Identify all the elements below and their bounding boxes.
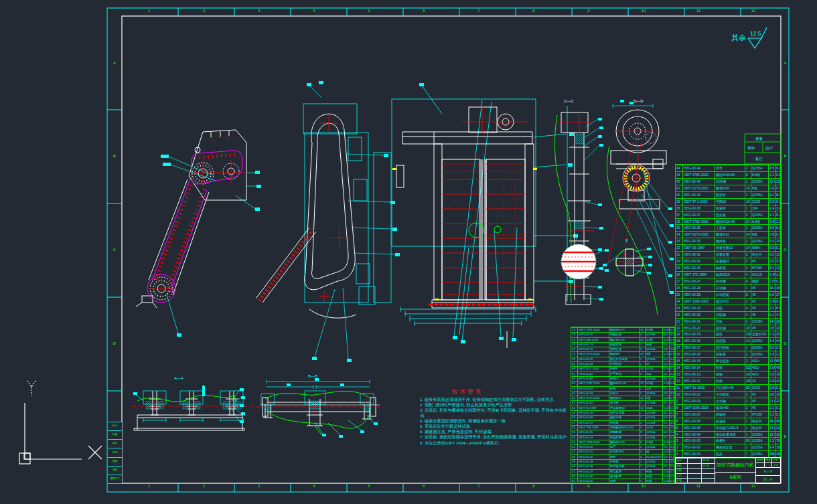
- bom-header-weight: 重量: [755, 137, 763, 141]
- bom-cell-total-weight: 8.2: [775, 192, 780, 198]
- bom-cell-no: 3: [676, 438, 682, 444]
- bom-cell-qty: 16: [745, 199, 751, 205]
- bom-cell-material: Q235A: [645, 436, 662, 440]
- bom-row: 25 HZG-00-25 从动链轮 2 45 8.6 17.2: [676, 291, 780, 298]
- bom-cell-material: 45: [751, 405, 768, 411]
- bom-cell-code: HZG-00-70: [577, 357, 609, 361]
- bom-cell-no: 59: [571, 411, 577, 415]
- bom-row: 65 GB/T 5782-2000 螺栓M10×35 12 8.8级 0.03 …: [571, 381, 674, 386]
- ucs-x-label: [88, 446, 102, 459]
- bom-cell-code: GB/T 6170-2000: [682, 232, 715, 238]
- sheet-count: 共 1 张: [756, 468, 780, 476]
- bom-cell-no: 49: [571, 460, 577, 464]
- bom-cell-qty: 1: [639, 343, 645, 347]
- zone-number: 10: [616, 9, 671, 15]
- bom-cell-unit-weight: 0.04: [768, 378, 775, 384]
- bom-cell-no: 63: [571, 392, 577, 396]
- bom-cell-name: 底部导流板: [609, 411, 639, 415]
- bom-cell-total-weight: 28.4: [775, 319, 780, 325]
- bom-row: 64 HZG-00-64 铰链 2 304 0.2 0.4: [571, 386, 674, 391]
- bom-cell-unit-weight: 0.03: [662, 382, 669, 386]
- bom-cell-name: 接地标牌: [609, 475, 639, 479]
- bom-cell-name: 开口销4×40: [715, 385, 745, 391]
- bom-row: 24 GB/T 1096-2003 键12×63 2 45 0.06 0.1: [676, 298, 780, 305]
- bom-cell-no: 74: [571, 338, 577, 342]
- bom-cell-unit-weight: 3.4: [768, 338, 775, 344]
- bom-cell-no: 65: [571, 382, 577, 386]
- bom-cell-name: 地脚螺栓M16×200: [609, 426, 639, 430]
- bom-cell-code: HZG-00-55: [577, 430, 609, 434]
- bom-cell-name: 防护栏: [715, 192, 745, 198]
- bom-row: 67 HZG-00-67 护罩搭扣 4 304 0.1 0.4: [571, 371, 674, 376]
- zone-number: 8: [506, 484, 561, 491]
- surface-roughness-note: 其余 12.5: [731, 27, 767, 48]
- detail-1-label: I: [576, 236, 577, 240]
- bom-cell-code: HZG-00-46: [577, 475, 609, 479]
- bom-cell-no: 34: [676, 232, 682, 238]
- bom-cell-unit-weight: 0.1: [662, 436, 669, 440]
- bom-cell-name: 轴承6210: [715, 272, 745, 278]
- bom-row: 23 HZG-00-23 托轮 4 45 2.2 8.8: [676, 305, 780, 311]
- bom-cell-name: 轴承座: [715, 265, 745, 271]
- bom-cell-material: 40Cr: [751, 365, 768, 371]
- bom-cell-no: 52: [571, 445, 577, 449]
- bom-row: 52 HZG-00-52 链罩 2 Q235A 2.8 5.6: [571, 444, 674, 449]
- bom-cell-code: HZG-00-22: [682, 312, 715, 318]
- bom-cell-code: HZG-00-04: [682, 432, 715, 438]
- zone-letters-right: ABCDE: [782, 16, 789, 483]
- bom-cell-total-weight: 16.4: [775, 285, 780, 291]
- bom-cell-qty: 1: [745, 425, 751, 431]
- bom-cell-material: 8.8级: [751, 219, 768, 225]
- bom-cell-qty: 1: [639, 401, 645, 405]
- bom-cell-no: 51: [571, 450, 577, 454]
- technical-requirement-line: 4. 链条张紧度应调整适当, 两侧链条松紧应一致.: [420, 418, 570, 424]
- view-section-dd: D—D: [603, 99, 674, 315]
- bom-cell-qty: 2: [745, 351, 751, 357]
- bom-cell-name: 齿耙架: [715, 338, 745, 344]
- surface-note-value: 12.5: [750, 30, 761, 37]
- bom-cell-code: GB/T 97.1-2002: [577, 367, 609, 371]
- bom-cell-qty: 2: [745, 252, 751, 258]
- bom-cell-material: 组合件: [751, 425, 768, 431]
- bom-cell-qty: 8: [639, 430, 645, 434]
- bom-cell-qty: 520: [745, 365, 751, 371]
- cad-viewport: 其余 12.5: [0, 0, 817, 504]
- margin-table: 标记处数签字日期描图描校底图总号: [108, 422, 122, 484]
- bom-cell-name: 挡水板: [715, 212, 745, 218]
- bom-cell-name: 轴端挡圈: [609, 436, 639, 440]
- bom-cell-total-weight: 5.2: [775, 412, 780, 418]
- bom-cell-total-weight: 10.4: [775, 378, 780, 384]
- bom-cell-name: 防溅板: [609, 460, 639, 464]
- bom-cell-qty: 1: [639, 465, 645, 469]
- bom-row: 46 HZG-00-46 接地标牌 1 铝板 0.02 0.1: [571, 474, 674, 479]
- bom-cell-unit-weight: 5.6: [768, 345, 775, 351]
- bom-cell-name: 牵引链条: [715, 358, 745, 364]
- bom-cell-qty: 4: [745, 278, 751, 284]
- bom-cell-name: 弹簧垫圈10: [609, 406, 639, 410]
- zone-letter: C: [782, 203, 789, 297]
- bom-cell-name: 减速器: [715, 418, 745, 424]
- zone-number: 1: [122, 9, 177, 15]
- bom-row: 26 HZG-00-26 从动轴 1 45 16.4 16.4: [676, 284, 780, 291]
- bom-cell-total-weight: 0.1: [669, 479, 674, 483]
- bom-cell-qty: 4: [639, 426, 645, 430]
- bom-cell-unit-weight: 0.3: [662, 362, 669, 366]
- bom-row: 28 GB/T 276-1994 轴承6210 4 GCr15 0.46 1.8: [676, 271, 780, 278]
- bom-cell-name: 警示标牌: [609, 470, 639, 474]
- zone-letter: B: [108, 110, 121, 203]
- bom-cell-unit-weight: 1.4: [768, 351, 775, 357]
- bom-row: 22 HZG-00-22 托轮轴 4 45 1.1 4.4: [676, 311, 780, 318]
- signature-grid: 设计 05.06 校核 05.06 审核 工艺: [676, 458, 715, 483]
- bom-row: 18 HZG-00-18 齿耙架 13 Q235A 3.4 44.2: [676, 337, 780, 344]
- bom-cell-material: Q235A: [751, 192, 768, 198]
- bom-cell-qty: 1: [745, 432, 751, 438]
- bom-cell-no: 37: [676, 212, 682, 218]
- bom-row: 21 HZG-00-21 导轨 2 Q235A 14.2 28.4: [676, 318, 780, 325]
- detail-2-label: Ⅱ: [625, 238, 627, 243]
- signature-role: 批准: [676, 479, 687, 483]
- bom-cell-no: 18: [676, 338, 682, 344]
- bom-cell-qty: 16: [745, 185, 751, 191]
- bom-cell-material: 4.8级: [645, 338, 662, 342]
- bom-row: 4 HZG-00-04 驱动装置底座 1 Q235A 18.5 18.5: [676, 431, 780, 438]
- section-bb-label: B—B: [308, 374, 317, 378]
